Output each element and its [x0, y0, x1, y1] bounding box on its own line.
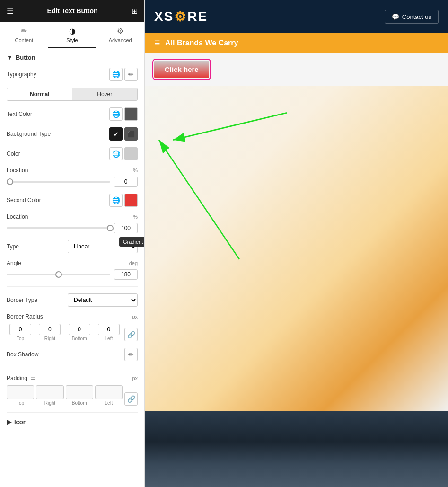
- angle-header: Angle deg: [7, 260, 138, 266]
- divider-2: [7, 368, 138, 368]
- border-type-row: Border Type Default Solid Dashed Dotted …: [7, 293, 138, 307]
- padding-right-input[interactable]: [36, 385, 63, 399]
- color-global-icon[interactable]: 🌐: [109, 147, 123, 160]
- normal-hover-tabs: Normal Hover: [7, 88, 138, 101]
- icon-section-header[interactable]: ▶ Icon: [7, 418, 138, 425]
- radius-bottom-label: Bottom: [72, 336, 87, 341]
- box-shadow-edit-icon[interactable]: ✏: [124, 348, 138, 361]
- radius-left-input[interactable]: [98, 324, 120, 335]
- contact-button[interactable]: 💬 Contact us: [385, 10, 439, 24]
- icon-section: ▶ Icon: [7, 412, 138, 425]
- angle-value-input[interactable]: 180: [114, 269, 138, 280]
- arrows-overlay: [145, 86, 448, 411]
- padding-left-label: Left: [105, 400, 113, 406]
- typography-row: Typography 🌐 ✏: [7, 68, 138, 81]
- svg-line-3: [159, 140, 239, 259]
- brands-bar-text: All Brands We Carry: [165, 39, 238, 47]
- tab-style[interactable]: ◑ Style: [48, 22, 97, 48]
- location2-header: Location %: [7, 213, 138, 220]
- tab-content-label: Content: [15, 37, 34, 43]
- contact-message-icon: 💬: [392, 13, 399, 20]
- tab-hover[interactable]: Hover: [72, 88, 138, 100]
- text-color-controls: 🌐: [109, 107, 138, 121]
- padding-label-row: Padding ▭: [7, 375, 35, 381]
- location1-value-input[interactable]: 0: [114, 177, 138, 187]
- location1-slider-container: 0: [7, 177, 138, 187]
- typography-global-icon[interactable]: 🌐: [109, 68, 123, 81]
- click-here-button[interactable]: Click here: [154, 61, 209, 78]
- padding-left-input[interactable]: [95, 385, 123, 399]
- radius-link-icon[interactable]: 🔗: [124, 328, 138, 341]
- angle-slider-track: [7, 274, 110, 275]
- border-radius-header: Border Radius px: [7, 313, 138, 320]
- click-here-section: Click here: [145, 53, 448, 86]
- radius-top-wrap: Top: [7, 324, 34, 341]
- color-controls: 🌐: [109, 147, 138, 160]
- location2-value-input[interactable]: 100: [114, 223, 138, 233]
- padding-device-icon: ▭: [30, 375, 35, 381]
- location1-label: Location: [7, 167, 28, 174]
- radius-right-wrap: Right: [36, 324, 63, 341]
- second-color-swatch[interactable]: [124, 194, 138, 207]
- border-radius-section: Border Radius px Top Right Bottom: [7, 313, 138, 341]
- padding-top-input[interactable]: [7, 385, 34, 399]
- style-icon: ◑: [69, 27, 76, 35]
- border-radius-inputs: Top Right Bottom Left 🔗: [7, 324, 138, 341]
- panel-header: ☰ Edit Text Button ⊞: [0, 0, 144, 22]
- preview-panel: XS ⚙ RE 💬 Contact us ☰ All Brands We Car…: [145, 0, 448, 487]
- panel-title: Edit Text Button: [47, 7, 97, 15]
- color-row: Color 🌐: [7, 147, 138, 160]
- padding-link-icon[interactable]: 🔗: [124, 392, 138, 406]
- location2-slider-track: [7, 227, 110, 229]
- padding-label: Padding: [7, 375, 27, 381]
- second-color-label: Second Color: [7, 197, 41, 204]
- padding-section: Padding ▭ px Top Right Bottom: [7, 375, 138, 406]
- angle-row: Angle deg 180: [7, 260, 138, 280]
- tab-content[interactable]: ✏ Content: [0, 22, 48, 48]
- second-color-global-icon[interactable]: 🌐: [109, 194, 123, 207]
- location2-unit: %: [133, 214, 138, 220]
- tab-advanced-label: Advanced: [109, 37, 132, 43]
- text-color-row: Text Color 🌐 Gradient: [7, 107, 138, 121]
- tab-advanced[interactable]: ⚙ Advanced: [96, 22, 144, 48]
- hamburger-icon[interactable]: ☰: [7, 7, 13, 16]
- typography-label: Typography: [7, 71, 36, 78]
- location1-row: Location % 0: [7, 167, 138, 187]
- padding-top-wrap: Top: [7, 385, 34, 406]
- border-radius-label: Border Radius: [7, 313, 43, 320]
- text-color-global-icon[interactable]: 🌐: [109, 107, 123, 121]
- angle-label: Angle: [7, 260, 21, 266]
- bottom-section: [145, 411, 448, 487]
- radius-right-input[interactable]: [39, 324, 61, 335]
- panel-tabs: ✏ Content ◑ Style ⚙ Advanced: [0, 22, 144, 48]
- color-label: Color: [7, 151, 20, 157]
- location2-row: Location % 100: [7, 213, 138, 233]
- second-color-controls: 🌐: [109, 194, 138, 207]
- padding-right-label: Right: [44, 400, 55, 406]
- bg-type-solid-btn[interactable]: ✔: [109, 127, 123, 141]
- brands-bar-menu-icon: ☰: [154, 39, 160, 47]
- icon-section-arrow: ▶: [7, 418, 11, 425]
- radius-top-input[interactable]: [9, 324, 31, 335]
- bg-type-gradient-btn[interactable]: ⬛: [124, 127, 138, 141]
- typography-controls: 🌐 ✏: [109, 68, 138, 81]
- radius-bottom-input[interactable]: [69, 324, 90, 335]
- grid-icon[interactable]: ⊞: [132, 7, 138, 16]
- button-section-title: ▼ Button: [7, 54, 138, 61]
- second-color-row: Second Color 🌐: [7, 194, 138, 207]
- typography-edit-icon[interactable]: ✏: [124, 68, 138, 81]
- location1-header: Location %: [7, 167, 138, 174]
- padding-left-wrap: Left: [95, 385, 123, 406]
- border-type-select[interactable]: Default Solid Dashed Dotted Double: [68, 293, 138, 307]
- click-here-label: Click here: [165, 65, 199, 73]
- padding-bottom-wrap: Bottom: [66, 385, 93, 406]
- padding-bottom-label: Bottom: [72, 400, 87, 406]
- brands-bar: ☰ All Brands We Carry: [145, 33, 448, 53]
- text-color-swatch[interactable]: [124, 107, 138, 121]
- border-radius-unit: px: [132, 314, 138, 319]
- padding-bottom-input[interactable]: [66, 385, 93, 399]
- contact-label: Contact us: [402, 13, 431, 20]
- color-swatch[interactable]: [124, 147, 138, 160]
- site-header: XS ⚙ RE 💬 Contact us: [145, 0, 448, 33]
- tab-normal[interactable]: Normal: [7, 88, 72, 100]
